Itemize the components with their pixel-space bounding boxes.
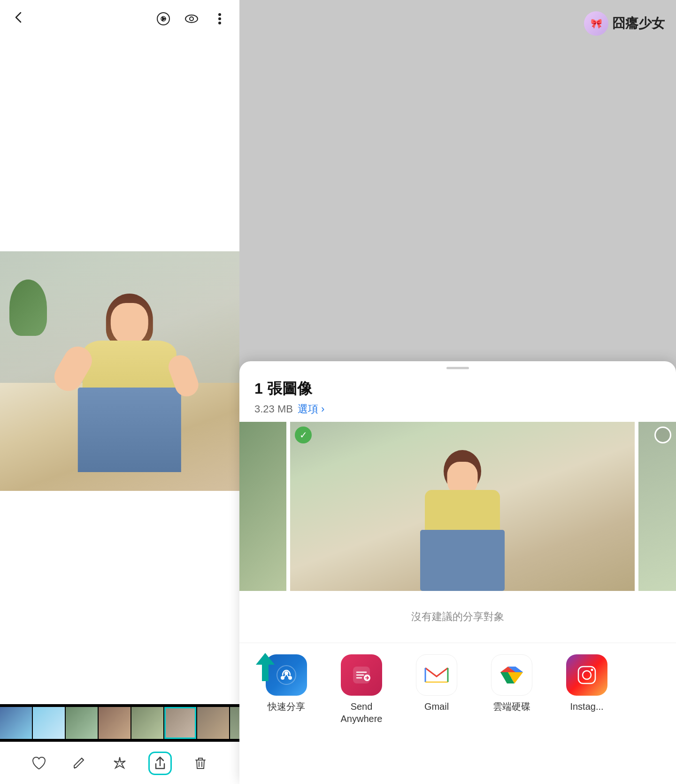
preview-thumb-1[interactable]	[239, 422, 286, 591]
left-panel	[0, 0, 239, 784]
svg-point-4	[218, 13, 221, 16]
send-anywhere-item[interactable]: SendAnywhere	[324, 654, 399, 725]
no-suggestions-text: 沒有建議的分享對象	[239, 591, 676, 643]
empty-circle-icon	[654, 427, 671, 443]
preview-row: ✓	[239, 422, 676, 591]
instagram-item[interactable]: Instag...	[549, 654, 624, 725]
sheet-subtitle: 3.23 MB 選項 ›	[254, 402, 661, 416]
svg-point-3	[190, 17, 193, 21]
app-grid: 快速分享 SendAnywhere	[239, 643, 676, 725]
main-photo-area	[0, 38, 239, 704]
gmail-item[interactable]: Gmail	[399, 654, 474, 725]
heart-button[interactable]	[27, 752, 51, 775]
svg-point-5	[218, 17, 221, 20]
share-sheet: 1 張圖像 3.23 MB 選項 ›	[239, 361, 676, 784]
svg-point-14	[583, 671, 591, 679]
top-bar-actions	[155, 10, 228, 27]
quick-share-label: 快速分享	[268, 700, 305, 713]
options-link[interactable]: 選項 ›	[298, 402, 324, 416]
more-options-icon[interactable]	[211, 10, 228, 27]
thumbnail-1[interactable]	[0, 707, 32, 739]
thumbnail-2[interactable]	[33, 707, 65, 739]
chevron-right-icon: ›	[321, 403, 324, 415]
check-circle: ✓	[295, 427, 312, 443]
thumbnail-6-selected[interactable]	[164, 707, 196, 739]
instagram-icon	[566, 654, 607, 696]
magic-button[interactable]	[108, 752, 131, 775]
main-photo	[0, 251, 239, 491]
watermark-text: 囧癟少女	[612, 15, 665, 32]
drive-label: 雲端硬碟	[493, 700, 530, 713]
send-anywhere-icon	[341, 654, 382, 696]
svg-point-2	[185, 15, 198, 23]
preview-thumb-2[interactable]: ✓	[290, 422, 635, 591]
svg-point-15	[591, 669, 593, 671]
svg-point-6	[218, 22, 221, 24]
share-button[interactable]	[148, 752, 172, 775]
gmail-label: Gmail	[424, 700, 449, 713]
watermark-avatar: 🎀	[584, 11, 608, 36]
thumbnail-5[interactable]	[131, 707, 163, 739]
preview-thumb-3[interactable]	[638, 422, 676, 591]
instagram-label: Instag...	[570, 700, 603, 713]
thumbnail-7[interactable]	[197, 707, 229, 739]
thumbnail-3[interactable]	[66, 707, 98, 739]
sheet-size: 3.23 MB	[254, 403, 293, 415]
play-icon[interactable]	[155, 10, 172, 27]
right-panel: 🎀 囧癟少女 1 張圖像 3.23 MB 選項 ›	[239, 0, 676, 784]
thumbnail-8[interactable]	[230, 707, 239, 739]
send-anywhere-label: SendAnywhere	[341, 700, 383, 725]
thumbnail-4[interactable]	[99, 707, 131, 739]
edit-button[interactable]	[68, 752, 91, 775]
top-bar	[0, 0, 239, 38]
delete-button[interactable]	[189, 752, 212, 775]
sheet-header: 1 張圖像 3.23 MB 選項 ›	[239, 369, 676, 422]
back-button[interactable]	[11, 10, 26, 28]
thumbnail-strip	[0, 704, 239, 742]
drive-item[interactable]: 雲端硬碟	[474, 654, 549, 725]
bottom-toolbar	[0, 742, 239, 784]
drive-icon	[491, 654, 532, 696]
sheet-title: 1 張圖像	[254, 379, 661, 399]
watermark: 🎀 囧癟少女	[584, 11, 665, 36]
eye-icon[interactable]	[183, 10, 200, 27]
gmail-icon	[416, 654, 457, 696]
teal-arrow-indicator	[249, 651, 282, 685]
